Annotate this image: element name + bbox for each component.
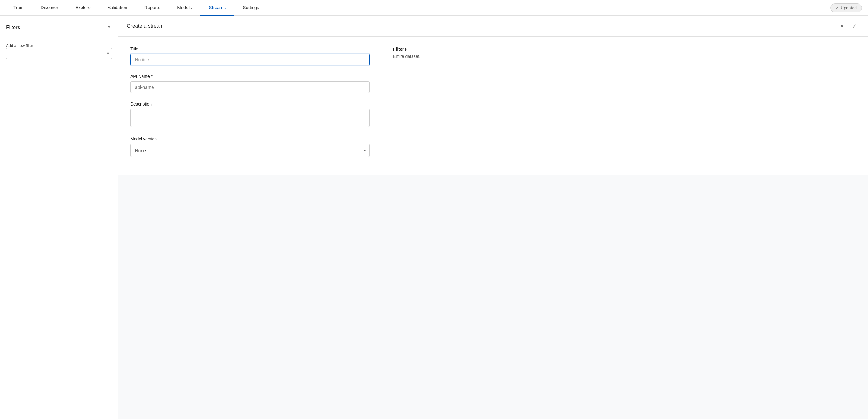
nav-item-validation[interactable]: Validation bbox=[99, 0, 136, 16]
model-version-field-group: Model version None ▾ bbox=[130, 136, 370, 157]
nav-item-reports[interactable]: Reports bbox=[136, 0, 169, 16]
description-input[interactable] bbox=[130, 109, 370, 127]
model-version-label: Model version bbox=[130, 136, 370, 141]
api-name-input[interactable] bbox=[130, 81, 370, 93]
title-field-group: Title bbox=[130, 46, 370, 65]
stream-filters-info-section: Filters Entire dataset. bbox=[382, 37, 868, 175]
close-stream-button[interactable]: × bbox=[838, 22, 846, 31]
create-stream-container: Create a stream × ✓ Title bbox=[118, 16, 868, 175]
filter-select[interactable] bbox=[6, 48, 112, 59]
filters-sidebar: Filters × Add a new filter ▾ bbox=[0, 16, 118, 419]
nav-item-discover[interactable]: Discover bbox=[32, 0, 67, 16]
title-label: Title bbox=[130, 46, 370, 51]
model-version-select[interactable]: None bbox=[130, 144, 370, 157]
filters-info-text: Entire dataset. bbox=[393, 54, 857, 59]
api-name-field-group: API Name * bbox=[130, 74, 370, 93]
stream-form-section: Title API Name * Description bbox=[118, 37, 382, 175]
api-name-label: API Name * bbox=[130, 74, 370, 79]
top-navigation: Train Discover Explore Validation Report… bbox=[0, 0, 868, 16]
create-stream-header: Create a stream × ✓ bbox=[118, 16, 868, 37]
create-stream-body: Title API Name * Description bbox=[118, 37, 868, 175]
nav-item-explore[interactable]: Explore bbox=[67, 0, 99, 16]
sidebar-header: Filters × bbox=[6, 23, 112, 37]
nav-item-models[interactable]: Models bbox=[168, 0, 200, 16]
sidebar-title: Filters bbox=[6, 25, 20, 31]
description-field-group: Description bbox=[130, 102, 370, 128]
nav-item-streams[interactable]: Streams bbox=[200, 0, 235, 16]
confirm-stream-button[interactable]: ✓ bbox=[849, 21, 860, 31]
nav-item-settings[interactable]: Settings bbox=[234, 0, 268, 16]
filters-info-title: Filters bbox=[393, 46, 857, 52]
nav-items: Train Discover Explore Validation Report… bbox=[5, 0, 863, 15]
header-actions: × ✓ bbox=[838, 21, 860, 31]
sidebar-close-button[interactable]: × bbox=[106, 23, 112, 32]
right-panel: Create a stream × ✓ Title bbox=[118, 16, 868, 419]
check-icon: ✓ bbox=[836, 5, 839, 10]
nav-item-train[interactable]: Train bbox=[5, 0, 32, 16]
filter-select-wrapper: ▾ bbox=[6, 48, 112, 59]
description-label: Description bbox=[130, 102, 370, 106]
add-filter-group: Add a new filter ▾ bbox=[6, 43, 112, 59]
title-input[interactable] bbox=[130, 54, 370, 65]
create-stream-title: Create a stream bbox=[127, 23, 164, 29]
model-version-select-wrapper: None ▾ bbox=[130, 144, 370, 157]
main-content: Filters × Add a new filter ▾ Create a st… bbox=[0, 16, 868, 419]
updated-badge: ✓ Updated bbox=[830, 3, 862, 12]
add-filter-label: Add a new filter bbox=[6, 43, 33, 48]
